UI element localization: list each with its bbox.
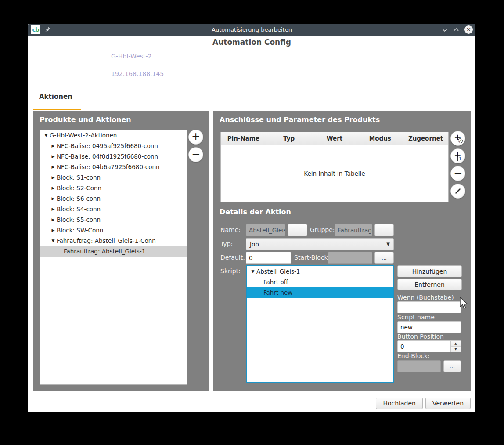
wenn-field[interactable] bbox=[397, 301, 461, 313]
mouse-cursor bbox=[459, 297, 468, 312]
close-icon[interactable]: ✕ bbox=[464, 25, 473, 34]
products-tree[interactable]: ▼G-Hbf-West-2-Aktionen▶NFC-Balise: 0495a… bbox=[40, 130, 187, 385]
buttonpos-value[interactable]: 0 bbox=[398, 341, 450, 352]
pin-table: Pin-NameTypWertModusZugeornet Kein Inhal… bbox=[220, 132, 449, 202]
add-one-pin-button[interactable]: +1 bbox=[450, 148, 465, 163]
remove-pin-button[interactable]: − bbox=[450, 166, 465, 181]
minimize-icon[interactable] bbox=[442, 27, 448, 33]
tree-item[interactable]: ▶Block: SW-Conn bbox=[40, 225, 187, 235]
name-value: G-Hbf-West-2 bbox=[111, 53, 151, 60]
edit-pin-button[interactable] bbox=[450, 184, 465, 199]
left-panel-title: Produkte und Aktionen bbox=[40, 116, 131, 124]
name-browse-button[interactable]: ... bbox=[288, 224, 307, 236]
buttonpos-spinner[interactable]: 0 ▲ ▼ bbox=[397, 340, 461, 352]
tree-item[interactable]: ▼G-Hbf-West-2-Aktionen bbox=[40, 130, 187, 141]
typ-value: Job bbox=[250, 241, 259, 248]
scriptname-label: Script name bbox=[397, 314, 435, 321]
tree-item-label: Block: S5-conn bbox=[57, 216, 101, 223]
subscript-1-icon: 1 bbox=[457, 157, 461, 161]
expanded-arrow-icon[interactable]: ▼ bbox=[43, 133, 50, 137]
tree-item[interactable]: ▶NFC-Balise: 0495af925f6680-conn bbox=[40, 141, 187, 151]
spinner-up-icon[interactable]: ▲ bbox=[451, 341, 461, 347]
tree-item-label: Abstell_Gleis-1 bbox=[256, 268, 300, 275]
automation-config-window: cb Automatisierung bearbeiten ✕ Automati… bbox=[28, 24, 475, 412]
endblock-browse-button[interactable]: ... bbox=[443, 360, 461, 372]
startblock-browse-button[interactable]: ... bbox=[374, 252, 394, 264]
collapsed-arrow-icon[interactable]: ▶ bbox=[50, 217, 57, 222]
typ-dropdown[interactable]: Job ▼ bbox=[246, 238, 394, 250]
tree-item-label: G-Hbf-West-2-Aktionen bbox=[50, 132, 117, 139]
gruppe-browse-button[interactable]: ... bbox=[374, 224, 394, 236]
tree-item[interactable]: Fahrauftrag: Abstell_Gleis-1 bbox=[40, 246, 187, 257]
tree-item[interactable]: Fahrt off bbox=[247, 277, 393, 287]
tree-item[interactable]: ▼Fahrauftrag: Abstell_Gleis-1-Conn bbox=[40, 235, 187, 246]
add-auto-pin-button[interactable]: +A bbox=[450, 131, 465, 146]
pin-table-header: Pin-NameTypWertModusZugeornet bbox=[221, 132, 448, 145]
collapsed-arrow-icon[interactable]: ▶ bbox=[50, 207, 57, 211]
tree-item-label: NFC-Balise: 0495af925f6680-conn bbox=[57, 142, 158, 149]
collapsed-arrow-icon[interactable]: ▶ bbox=[50, 144, 57, 148]
endblock-label: End-Block: bbox=[397, 352, 430, 359]
tree-item[interactable]: ▶Block: S6-conn bbox=[40, 193, 187, 204]
gruppe-label: Gruppe: bbox=[310, 226, 335, 233]
collapsed-arrow-icon[interactable]: ▶ bbox=[50, 165, 57, 169]
tree-item[interactable]: ▶Block: S5-conn bbox=[40, 214, 187, 225]
details-title: Details der Aktion bbox=[220, 208, 291, 216]
collapsed-arrow-icon[interactable]: ▶ bbox=[50, 186, 57, 190]
table-column-header[interactable]: Zugeornet bbox=[403, 132, 448, 145]
tree-item[interactable]: Fahrt new bbox=[247, 287, 393, 298]
tree-item-label: Block: SW-Conn bbox=[57, 227, 103, 234]
endblock-field bbox=[397, 360, 441, 372]
expanded-arrow-icon[interactable]: ▼ bbox=[50, 239, 57, 243]
tree-item-label: Fahrauftrag: Abstell_Gleis-1-Conn bbox=[57, 237, 156, 244]
expanded-arrow-icon[interactable]: ▼ bbox=[249, 269, 256, 274]
table-column-header[interactable]: Modus bbox=[357, 132, 403, 145]
collapsed-arrow-icon[interactable]: ▶ bbox=[50, 196, 57, 201]
pencil-icon bbox=[454, 188, 461, 195]
products-actions-panel: Produkte und Aktionen ▼G-Hbf-West-2-Akti… bbox=[33, 111, 209, 391]
tree-item[interactable]: ▶Block: S1-conn bbox=[40, 172, 187, 183]
app-logo-icon: cb bbox=[31, 25, 40, 34]
right-panel-title: Anschlüsse und Parameter des Produkts bbox=[220, 116, 380, 124]
spinner-down-icon[interactable]: ▼ bbox=[451, 347, 461, 352]
tree-item-label: NFC-Balise: 04f0d1925f6680-conn bbox=[57, 153, 158, 160]
tab-aktionen[interactable]: Aktionen bbox=[39, 93, 72, 101]
tree-item-label: Block: S4-conn bbox=[57, 206, 101, 213]
window-title: Automatisierung bearbeiten bbox=[28, 26, 475, 33]
tree-item-label: Block: S2-Conn bbox=[57, 185, 101, 192]
dropdown-caret-icon: ▼ bbox=[386, 242, 390, 246]
collapsed-arrow-icon[interactable]: ▶ bbox=[50, 175, 57, 180]
maximize-icon[interactable] bbox=[453, 27, 459, 33]
add-product-button[interactable]: + bbox=[188, 130, 203, 145]
collapsed-arrow-icon[interactable]: ▶ bbox=[50, 154, 57, 159]
table-empty-text: Kein Inhalt in Tabelle bbox=[221, 145, 448, 202]
wenn-label: Wenn (Buchstabe) bbox=[397, 294, 454, 301]
footer-separator bbox=[28, 394, 475, 394]
pin-icon[interactable] bbox=[44, 26, 51, 33]
table-column-header[interactable]: Wert bbox=[312, 132, 358, 145]
connections-parameters-panel: Anschlüsse und Parameter des Produkts Pi… bbox=[213, 111, 471, 391]
skript-label: Skript: bbox=[220, 268, 241, 275]
circled-a-icon: A bbox=[458, 138, 463, 143]
tree-item[interactable]: ▶NFC-Balise: 04b6a7925f6680-conn bbox=[40, 162, 187, 172]
remove-script-button[interactable]: Entfernen bbox=[397, 279, 462, 290]
collapsed-arrow-icon[interactable]: ▶ bbox=[50, 228, 57, 232]
detail-name-label: Name: bbox=[220, 226, 241, 233]
table-column-header[interactable]: Typ bbox=[266, 132, 312, 145]
scriptname-field[interactable]: new bbox=[397, 321, 461, 333]
titlebar: cb Automatisierung bearbeiten ✕ bbox=[28, 24, 475, 36]
tree-item-label: Block: S1-conn bbox=[57, 174, 101, 181]
tree-item-label: Fahrt off bbox=[263, 279, 288, 286]
tree-item[interactable]: ▶Block: S2-Conn bbox=[40, 183, 187, 193]
tree-item[interactable]: ▶Block: S4-conn bbox=[40, 204, 187, 214]
remove-product-button[interactable]: − bbox=[188, 147, 203, 162]
tree-item[interactable]: ▶NFC-Balise: 04f0d1925f6680-conn bbox=[40, 151, 187, 162]
discard-button[interactable]: Verwerfen bbox=[425, 398, 471, 409]
upload-button[interactable]: Hochladen bbox=[376, 398, 423, 409]
add-script-button[interactable]: Hinzufügen bbox=[397, 265, 462, 277]
script-tree[interactable]: ▼Abstell_Gleis-1Fahrt offFahrt new bbox=[246, 265, 394, 383]
table-column-header[interactable]: Pin-Name bbox=[221, 132, 266, 145]
tree-item[interactable]: ▼Abstell_Gleis-1 bbox=[247, 266, 393, 277]
default-field[interactable]: 0 bbox=[246, 252, 291, 264]
ip-value: 192.168.188.145 bbox=[111, 70, 164, 77]
